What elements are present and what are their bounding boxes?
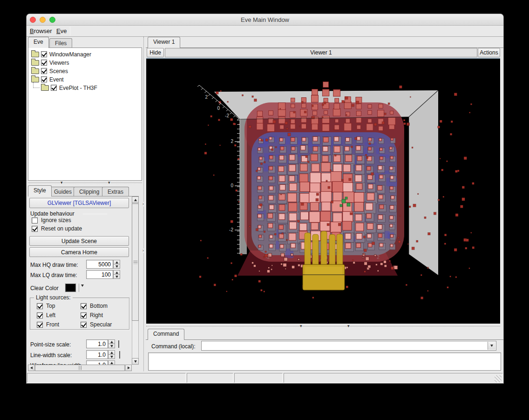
max-lq-label: Max LQ draw time: [30,272,77,278]
ignore-sizes-row[interactable]: Ignore sizes [32,217,71,224]
style-hscrollbar[interactable] [28,365,132,371]
spin-up-button[interactable] [108,350,115,355]
tab-guides[interactable]: Guides [48,187,77,196]
tab-files[interactable]: Files [49,38,72,47]
light-left-row[interactable]: Left [37,312,55,318]
update-scene-button[interactable]: Update Scene [29,236,129,246]
scroll-left-button[interactable] [28,365,34,371]
status-cell-4 [284,373,503,383]
style-vscrollbar[interactable] [132,196,139,365]
light-bottom-checkbox[interactable] [81,303,87,309]
spin-down-button[interactable] [108,355,115,359]
clear-color-swatch[interactable] [65,284,76,292]
point-size-label: Point-size scale: [30,341,71,348]
spin-down-button[interactable] [113,264,120,269]
tab-eve[interactable]: Eve [28,37,49,48]
th3f-box-plot-scene[interactable]: 20-220-2-22 [146,59,500,324]
tab-clipping[interactable]: Clipping [74,187,105,196]
line-width-checkbox[interactable] [119,351,120,359]
actions-button[interactable]: Actions [478,48,500,57]
hscrollbar-thumb[interactable] [35,365,125,371]
tab-extras[interactable]: Extras [102,187,129,196]
reset-on-update-checkbox[interactable] [32,226,38,232]
spin-up-button[interactable] [113,270,120,275]
max-lq-input[interactable] [86,270,113,279]
folder-icon [31,52,39,57]
glviewer-button[interactable]: GLViewer [TGLSAViewer] [29,198,129,208]
light-top-checkbox[interactable] [37,303,43,309]
eve-object-tree[interactable]: WindowManager Viewers Scenes Event EvePl… [28,47,142,181]
tree-item-viewers[interactable]: Viewers [31,59,69,67]
menu-bar: Browser Eve [27,26,503,37]
line-width-spinner[interactable] [108,350,115,359]
viewer-command-splitter[interactable]: ▾ ▾ [146,324,500,328]
eveplot-checkbox[interactable] [51,85,57,91]
spin-down-button[interactable] [113,275,120,279]
tab-style[interactable]: Style [28,185,52,196]
hide-button[interactable]: Hide [147,48,164,57]
command-output-area[interactable] [148,352,501,371]
light-bottom-row[interactable]: Bottom [81,303,108,309]
panel-vsplitter[interactable]: › › [142,37,146,371]
spin-up-button[interactable] [108,360,115,365]
camera-home-button[interactable]: Camera Home [29,247,129,257]
max-hq-spinner[interactable] [113,260,120,269]
wireframe-spinner[interactable] [108,360,115,365]
title-bar[interactable]: Eve Main Window [27,14,503,26]
menu-eve[interactable]: Eve [56,27,67,34]
gl-viewport[interactable]: 20-220-2-22 [146,58,500,324]
menu-browser[interactable]: Browser [30,27,52,34]
spin-up-button[interactable] [113,260,120,264]
light-left-checkbox[interactable] [37,312,43,318]
point-size-spinner[interactable] [108,339,115,348]
scroll-down-button[interactable] [132,358,139,365]
spin-up-button[interactable] [108,339,115,344]
tree-style-splitter[interactable]: ▾ ▾ [28,181,142,185]
light-front-row[interactable]: Front [37,321,59,328]
splitter-arrow-icon: ▾ [61,181,63,185]
wireframe-input[interactable] [86,360,108,365]
resize-grip[interactable] [495,375,502,382]
viewer-title-bar[interactable]: Viewer 1 [165,48,477,57]
windowmanager-checkbox[interactable] [41,51,47,57]
point-size-input[interactable] [86,339,108,348]
thumb-grip [133,261,137,264]
tab-command-label: Command [153,331,179,337]
ignore-sizes-checkbox[interactable] [32,217,38,224]
light-specular-checkbox[interactable] [81,322,87,328]
scroll-right-button[interactable] [125,365,132,371]
command-combobox[interactable] [201,341,496,351]
reset-on-update-row[interactable]: Reset on update [32,225,82,232]
tab-viewer-1[interactable]: Viewer 1 [148,37,180,48]
light-top-row[interactable]: Top [37,303,55,309]
vscrollbar-thumb[interactable] [132,203,139,321]
event-checkbox[interactable] [41,76,47,82]
line-width-input[interactable] [86,350,108,359]
reset-on-update-label: Reset on update [41,225,82,232]
tab-command[interactable]: Command [148,329,184,340]
down-arrow-icon [115,276,118,278]
light-specular-row[interactable]: Specular [81,321,112,328]
light-front-label: Front [46,321,59,328]
light-front-checkbox[interactable] [37,322,43,328]
scroll-up-button[interactable] [132,196,139,203]
window-title: Eve Main Window [27,16,503,23]
down-arrow-icon [115,265,118,268]
tab-guides-label: Guides [54,189,72,195]
spin-down-button[interactable] [108,344,115,348]
light-right-checkbox[interactable] [81,312,87,318]
max-hq-input[interactable] [86,260,113,269]
light-left-label: Left [46,312,55,318]
combo-dropdown-button[interactable] [488,342,495,350]
max-lq-spinner[interactable] [113,270,120,279]
light-right-row[interactable]: Right [81,312,103,318]
tree-item-eveplot[interactable]: EvePlot - TH3F [31,84,97,92]
tree-item-scenes[interactable]: Scenes [31,67,68,75]
point-size-checkbox[interactable] [118,340,119,348]
eve-main-window: Eve Main Window Browser Eve Eve Files Wi… [27,14,503,383]
clear-color-dropdown[interactable] [81,287,84,293]
viewers-checkbox[interactable] [41,60,47,66]
command-input[interactable] [203,342,487,350]
tree-item-windowmanager[interactable]: WindowManager [31,50,91,58]
scenes-checkbox[interactable] [41,68,47,74]
